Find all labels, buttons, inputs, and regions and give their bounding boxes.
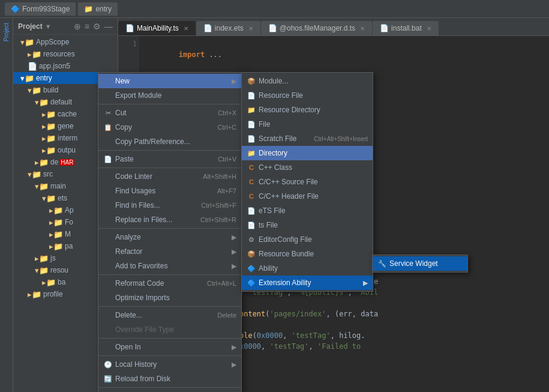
tab-ohos-label: @ohos.fileManager.d.ts (280, 24, 355, 32)
folder-icon-appscope: ▾📁 (20, 38, 34, 47)
localhistory-arrow-icon: ▶ (232, 361, 236, 369)
folder-icon-main: ▾📁 (35, 182, 49, 191)
folder-icon-ets: ▾📁 (42, 194, 56, 203)
tab-mainability[interactable]: 📄 MainAbility.ts ✕ (118, 21, 196, 35)
cut-shortcut: Ctrl+X (218, 109, 236, 116)
tab-mainability-close[interactable]: ✕ (184, 25, 188, 32)
tab-ohos-close[interactable]: ✕ (360, 25, 365, 32)
menu-item-copy[interactable]: 📋 Copy Ctrl+C (98, 120, 241, 134)
menu-item-findusages-label: Find Usages (115, 187, 155, 195)
menu-item-codelinter[interactable]: Code Linter Alt+Shift+H (98, 169, 241, 184)
menu-item-refactor[interactable]: Refactor ▶ (98, 244, 241, 259)
submenu-new-module[interactable]: 📦 Module... (242, 74, 373, 88)
title-tab-form[interactable]: 🔷 Form993Stage (5, 2, 76, 16)
submenu-new-file[interactable]: 📄 File (242, 117, 373, 131)
submenu-new-cppsource[interactable]: C C/C++ Source File (242, 175, 373, 189)
reformat-shortcut: Ctrl+Alt+L (207, 280, 236, 287)
menu-item-export-label: Export Module (115, 91, 161, 100)
tab-mainability-icon: 📄 (125, 24, 134, 32)
submenu-new-directory[interactable]: 📁 Directory (242, 146, 373, 160)
editorconfig-icon: ⚙ (247, 235, 256, 244)
menu-item-paste[interactable]: 📄 Paste Ctrl+V (98, 152, 241, 166)
menu-item-new-label: New (115, 77, 130, 85)
tab-index[interactable]: 📄 index.ets ✕ (196, 21, 261, 35)
menu-item-reformat[interactable]: Reformat Code Ctrl+Alt+L (98, 276, 241, 291)
submenu-new-resourcefile[interactable]: 📄 Resource File (242, 88, 373, 103)
paste-icon: 📄 (103, 154, 113, 164)
panel-actions: ⊕ ≡ ⚙ — (74, 22, 113, 31)
menu-item-findusages[interactable]: Find Usages Alt+F7 (98, 184, 241, 198)
favorites-arrow-icon: ▶ (232, 262, 236, 270)
tree-item-appscope[interactable]: ▾📁 AppScope (13, 36, 118, 48)
folder-icon-pa: ▸📁 (49, 242, 63, 251)
menu-item-override[interactable]: Override File Type (98, 322, 241, 337)
submenu-new-cppclass[interactable]: C C++ Class (242, 160, 373, 175)
menu-item-optimize[interactable]: Optimize Imports (98, 291, 241, 305)
menu-item-new[interactable]: New ▶ (98, 74, 241, 88)
cppheader-icon: C (247, 191, 256, 201)
replaceinfiles-shortcut: Ctrl+Shift+R (200, 216, 236, 223)
menu-item-refactor-label: Refactor (115, 247, 142, 256)
menu-item-findinfiles[interactable]: Find in Files... Ctrl+Shift+F (98, 198, 241, 213)
submenu-new-resourcebundle[interactable]: 📦 Resource Bundle (242, 247, 373, 261)
panel-minimize-icon[interactable]: — (104, 22, 113, 31)
menu-item-reload[interactable]: 🔄 Reload from Disk (98, 372, 241, 386)
menu-item-localhistory[interactable]: 🕐 Local History ▶ (98, 357, 241, 372)
submenu-new-resourcedir[interactable]: 📁 Resource Directory (242, 103, 373, 117)
findinfiles-icon (103, 201, 113, 210)
menu-item-replaceinfiles[interactable]: Replace in Files... Ctrl+Shift+R (98, 213, 241, 227)
tree-item-appjson5[interactable]: 📄 app.json5 (13, 60, 118, 72)
submenu-new-cppheader[interactable]: C C/C++ Header File (242, 189, 373, 204)
folder-icon-js: ▸📁 (35, 254, 49, 263)
delete-shortcut: Delete (217, 312, 236, 319)
tree-item-resources[interactable]: ▸📁 resources (13, 48, 118, 60)
file-icon: 📄 (247, 119, 256, 129)
tab-install-close[interactable]: ✕ (427, 25, 431, 32)
tab-index-close[interactable]: ✕ (248, 25, 253, 32)
menu-item-export[interactable]: Export Module (98, 88, 241, 103)
tab-ohos[interactable]: 📄 @ohos.fileManager.d.ts ✕ (261, 21, 373, 35)
menu-item-delete[interactable]: Delete... Delete (98, 308, 241, 322)
menu-item-favorites[interactable]: Add to Favorites ▶ (98, 259, 241, 273)
separator-3 (98, 167, 241, 168)
submenu-new-editorconfig[interactable]: ⚙ EditorConfig File (242, 232, 373, 247)
folder-icon-src: ▾📁 (28, 170, 41, 179)
submenu-new-etsfile[interactable]: 📄 eTS File (242, 204, 373, 218)
submenu-new-extability-label: Extension Ability (259, 279, 311, 287)
left-strip: Project (0, 18, 13, 392)
refactor-icon (103, 247, 113, 256)
submenu-new-tsfile[interactable]: 📄 ts File (242, 218, 373, 232)
submenu-ext-servicewidget[interactable]: 🔧 Service Widget (373, 256, 467, 271)
panel-settings-icon[interactable]: ⚙ (93, 22, 101, 31)
tab-install[interactable]: 📄 install.bat ✕ (373, 21, 439, 35)
sidebar-item-project[interactable]: Project (2, 20, 11, 44)
submenu-new-scratch[interactable]: 📄 Scratch File Ctrl+Alt+Shift+Insert (242, 131, 373, 146)
menu-item-openin[interactable]: Open In ▶ (98, 340, 241, 354)
menu-item-openin-label: Open In (115, 343, 141, 351)
menu-item-compare[interactable]: Compare With... Ctrl+D (98, 389, 241, 392)
findusages-icon (103, 186, 113, 196)
title-tab-entry[interactable]: 📁 entry (78, 2, 118, 16)
panel-dropdown-icon[interactable]: ▼ (45, 23, 52, 30)
copy-icon: 📋 (103, 122, 113, 132)
menu-item-override-label: Override File Type (115, 325, 174, 334)
menu-item-cut[interactable]: ✂ Cut Ctrl+X (98, 106, 241, 120)
folder-icon-build: ▾📁 (28, 86, 41, 95)
submenu-new-extability[interactable]: 🔷 Extension Ability ▶ (242, 276, 373, 290)
codelinter-icon (103, 172, 113, 181)
menu-item-analyze[interactable]: Analyze ▶ (98, 230, 241, 244)
title-bar: 🔷 Form993Stage 📁 entry (0, 0, 549, 18)
module-icon: 📦 (247, 76, 256, 86)
menu-item-reload-label: Reload from Disk (115, 375, 170, 383)
submenu-new-ability[interactable]: 🔷 Ability (242, 261, 373, 276)
panel-header: Project ▼ ⊕ ≡ ⚙ — (13, 18, 118, 35)
menu-item-paste-label: Paste (115, 155, 134, 163)
scratch-shortcut: Ctrl+Alt+Shift+Insert (314, 136, 368, 142)
menu-item-copypath[interactable]: Copy Path/Reference... (98, 134, 241, 149)
localhistory-icon: 🕐 (103, 360, 113, 369)
panel-add-icon[interactable]: ⊕ (74, 22, 81, 31)
separator-1 (98, 104, 241, 104)
folder-icon-de: ▸📁 (35, 158, 49, 167)
submenu-new-editorconfig-label: EditorConfig File (259, 235, 312, 244)
panel-align-icon[interactable]: ≡ (85, 22, 89, 31)
